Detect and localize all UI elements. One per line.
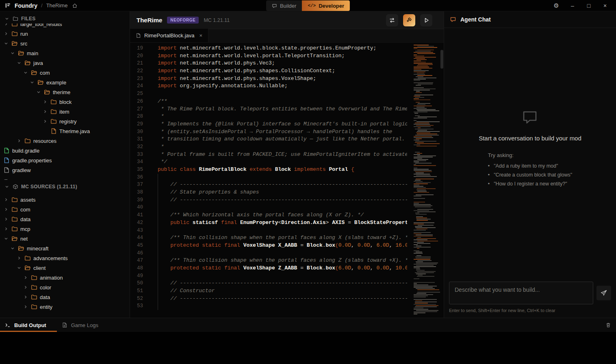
tab-build-output[interactable]: Build Output: [0, 318, 57, 332]
tree-item-advancements[interactable]: advancements: [0, 253, 130, 263]
code-line: 47 /** Thin collision shape when the por…: [130, 257, 407, 265]
tree-item-block[interactable]: block: [0, 97, 130, 107]
line-number: 53: [130, 302, 149, 310]
tree-item-com[interactable]: com: [0, 205, 130, 214]
tab-close-icon[interactable]: ×: [200, 32, 203, 39]
code-line: 29 * Implements the {@link Portal} inter…: [130, 121, 407, 128]
code-line: 21import net.minecraft.world.phys.Vec3;: [130, 60, 407, 67]
tree-item-resources[interactable]: resources: [0, 136, 130, 146]
developer-mode-button[interactable]: </> Developer: [302, 0, 350, 11]
tree-item-mcp[interactable]: mcp: [0, 224, 130, 234]
sync-button[interactable]: [386, 14, 398, 26]
tree-item-assets[interactable]: assets: [0, 195, 130, 205]
run-button[interactable]: [420, 14, 432, 26]
tree-item-partial[interactable]: [0, 314, 130, 317]
close-button[interactable]: ×: [600, 1, 610, 10]
chevron-right-icon: [3, 24, 9, 26]
maximize-icon: □: [587, 2, 590, 9]
tree-item-data[interactable]: data: [0, 292, 130, 302]
bullet: •: [488, 163, 490, 169]
settings-button[interactable]: ⚙: [551, 1, 562, 10]
tree-item-entity[interactable]: entity: [0, 302, 130, 312]
code-line-content: import net.minecraft.world.phys.shapes.C…: [149, 67, 407, 75]
editor-scrollbar[interactable]: [440, 43, 444, 318]
builder-mode-button[interactable]: Builder: [266, 0, 302, 11]
tree-item-example[interactable]: example: [0, 78, 130, 87]
tree-item-label: client: [33, 265, 46, 271]
build-button[interactable]: [403, 14, 415, 26]
code-line: 50 // ----------------------------------…: [130, 280, 407, 287]
tree-item-net[interactable]: net: [0, 234, 130, 243]
tree-item-large_tool_results[interactable]: large_tool_results: [0, 24, 130, 29]
tree-item-registry[interactable]: registry: [0, 116, 130, 126]
tree-item-data[interactable]: data: [0, 214, 130, 224]
tree-item-main[interactable]: main: [0, 48, 130, 58]
scrollbar-thumb[interactable]: [440, 50, 443, 69]
bottom-panel: Build Output Game Logs: [0, 318, 616, 364]
maximize-button[interactable]: □: [583, 1, 594, 10]
app-name: Foundry: [15, 2, 37, 9]
line-number: 44: [130, 234, 149, 242]
chat-empty-title: Start a conversation to build your mod: [479, 135, 581, 142]
minimize-button[interactable]: –: [567, 1, 578, 10]
tree-item-gradlew[interactable]: gradlew: [0, 165, 130, 175]
code-editor[interactable]: 19import net.minecraft.world.level.block…: [130, 43, 444, 318]
tree-item-item[interactable]: item: [0, 107, 130, 116]
folder-icon: [50, 99, 57, 105]
code-line: 51 // Constructor: [130, 287, 407, 295]
folder-icon: [18, 245, 24, 252]
code-line-content: protected static final VoxelShape X_AABB…: [149, 242, 407, 250]
tree-item-partial[interactable]: [0, 177, 130, 180]
tree-item-run[interactable]: run: [0, 29, 130, 39]
chat-empty-state: Start a conversation to build your mod T…: [479, 108, 581, 187]
code-line: 53: [130, 302, 407, 310]
tree-item-com[interactable]: com: [0, 68, 130, 78]
tree-item-therime[interactable]: therime: [0, 87, 130, 97]
code-line-content: import net.minecraft.world.level.block.s…: [149, 45, 407, 52]
tree-item-build.gradle[interactable]: build.gradle: [0, 146, 130, 155]
tree-item-client[interactable]: client: [0, 263, 130, 273]
chevron-right-icon: [16, 256, 22, 260]
code-line-content: // -------------------------------------…: [149, 295, 407, 303]
close-icon: ×: [603, 2, 607, 9]
files-section-header[interactable]: FILES: [0, 14, 130, 24]
chat-input[interactable]: [449, 282, 593, 304]
line-number: 29: [130, 121, 149, 128]
code-line-content: /** Which horizontal axis the portal fac…: [149, 211, 407, 219]
files-tree: large_tool_resultsrunsrcmainjavacomexamp…: [0, 24, 130, 180]
code-line-content: public class RimePortalBlock extends Blo…: [149, 166, 407, 174]
tab-game-logs[interactable]: Game Logs: [57, 318, 109, 332]
code-line-content: public staticsf final EnumProperty<Direc…: [149, 219, 407, 227]
tree-item-Therime.java[interactable]: Therime.java: [0, 126, 130, 136]
code-line-content: import net.minecraft.world.level.portal.…: [149, 52, 407, 60]
tree-item-label: Therime.java: [59, 128, 90, 134]
code-line-content: *: [149, 143, 407, 151]
tree-item-java[interactable]: java: [0, 58, 130, 68]
mc-sources-section-header[interactable]: MC SOURCES (1.21.11): [0, 182, 130, 192]
chevron-right-icon: [42, 119, 48, 123]
code-icon: </>: [308, 3, 316, 8]
clear-output-button[interactable]: [601, 322, 616, 328]
send-button[interactable]: [596, 286, 611, 300]
suggestion-text: "Create a custom block that glows": [494, 172, 572, 178]
tree-item-color[interactable]: color: [0, 282, 130, 292]
folder-icon: [11, 216, 18, 222]
tree-item-label: assets: [20, 197, 36, 203]
line-number: 27: [130, 106, 149, 113]
chevron-down-icon: [10, 246, 15, 250]
code-line: 23import net.minecraft.world.phys.shapes…: [130, 75, 407, 83]
minimap[interactable]: [413, 45, 440, 316]
home-button[interactable]: [71, 2, 78, 9]
tree-item-gradle.properties[interactable]: gradle.properties: [0, 155, 130, 165]
tree-item-animation[interactable]: animation: [0, 273, 130, 282]
code-line: 49: [130, 272, 407, 280]
tree-item-minecraft[interactable]: minecraft: [0, 243, 130, 253]
tab-rimeportalblock[interactable]: RimePortalBlock.java ×: [130, 29, 208, 42]
code-line: 20import net.minecraft.world.level.porta…: [130, 52, 407, 60]
line-number: 49: [130, 272, 149, 280]
tree-item-src[interactable]: src: [0, 39, 130, 48]
chevron-down-icon: [23, 71, 28, 75]
code-line: 36: [130, 174, 407, 181]
chevron-down-icon: [36, 90, 41, 94]
chat-bubble-large-icon: [521, 108, 539, 128]
